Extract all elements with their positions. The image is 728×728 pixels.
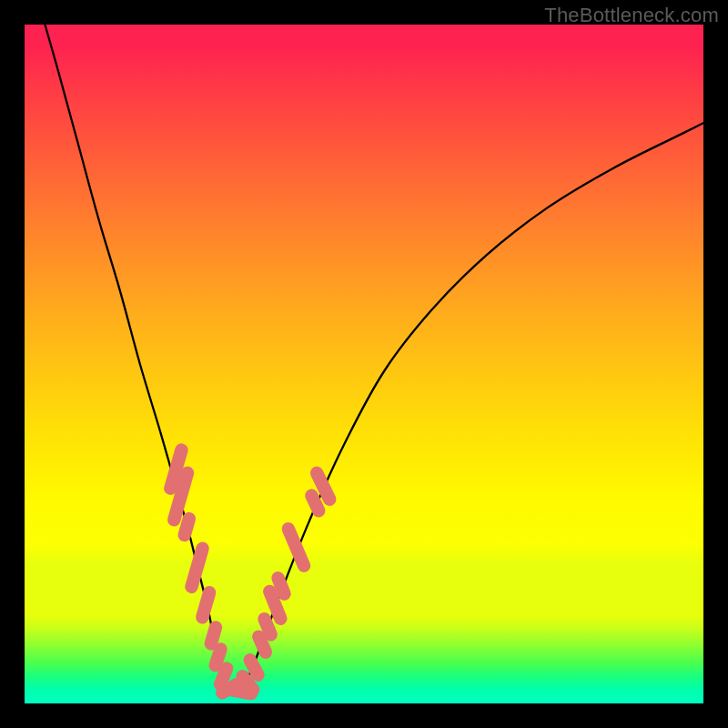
chart-frame: [25, 25, 703, 703]
gradient-background: [25, 25, 703, 703]
watermark-text: TheBottleneck.com: [544, 4, 719, 27]
